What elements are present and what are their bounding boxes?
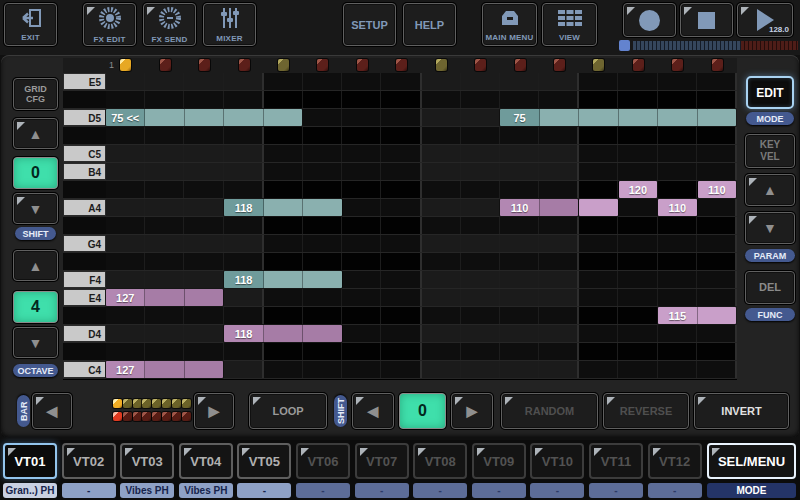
note[interactable]: 115 <box>658 307 736 324</box>
grid-cell[interactable] <box>184 307 223 324</box>
shift-down-button[interactable]: ▼ <box>13 193 58 224</box>
grid-cell[interactable] <box>618 361 657 378</box>
grid-cell[interactable] <box>264 163 303 180</box>
grid-cell[interactable] <box>264 253 303 270</box>
piano-key-black[interactable] <box>63 253 106 270</box>
grid-cell[interactable] <box>342 307 381 324</box>
main-menu-button[interactable]: MAIN MENU <box>482 3 537 46</box>
grid-cell[interactable] <box>539 127 579 144</box>
grid-cell[interactable] <box>342 73 381 90</box>
grid-cell[interactable] <box>500 253 539 270</box>
piano-key-white[interactable]: E5 <box>63 73 106 90</box>
grid-cell[interactable] <box>106 127 145 144</box>
piano-key-white[interactable]: D5 <box>63 109 106 126</box>
sel-menu-button[interactable]: SEL/MENU <box>707 443 796 479</box>
grid-cell[interactable] <box>381 73 421 90</box>
bar-icon[interactable] <box>162 412 171 421</box>
grid-cell[interactable] <box>539 271 579 288</box>
grid-cell[interactable] <box>461 127 500 144</box>
step-marker-icon[interactable] <box>239 59 250 71</box>
grid-cell[interactable] <box>461 145 500 162</box>
shift-value-display[interactable]: 0 <box>13 157 58 189</box>
grid-cell[interactable] <box>381 325 421 342</box>
grid-cell[interactable] <box>264 307 303 324</box>
grid-cell[interactable] <box>500 181 539 198</box>
bar-icon[interactable] <box>152 399 161 408</box>
grid-cell[interactable] <box>697 199 737 216</box>
track-tab-vt02[interactable]: VT02 <box>62 443 116 479</box>
grid-cell[interactable] <box>381 217 421 234</box>
grid-cell[interactable] <box>184 325 223 342</box>
piano-key-white[interactable]: C5 <box>63 145 106 162</box>
grid-cell[interactable] <box>106 73 145 90</box>
fx-edit-button[interactable]: FX EDIT <box>83 3 136 46</box>
grid-cell[interactable] <box>579 289 618 306</box>
grid-cell[interactable] <box>697 343 737 360</box>
bar-icon[interactable] <box>172 412 181 421</box>
grid-cell[interactable] <box>579 217 618 234</box>
grid-cell[interactable] <box>697 361 737 378</box>
grid-cell[interactable] <box>106 145 145 162</box>
grid-cell[interactable] <box>145 325 184 342</box>
grid-cell[interactable] <box>461 199 500 216</box>
shift-right-button[interactable]: ▶ <box>451 393 493 429</box>
grid-cell[interactable] <box>145 73 184 90</box>
note[interactable]: 127 <box>106 361 223 378</box>
piano-key-black[interactable] <box>63 127 106 144</box>
note-tail[interactable] <box>185 289 223 306</box>
grid-cell[interactable] <box>342 325 381 342</box>
grid-cell[interactable] <box>579 163 618 180</box>
bar-icon[interactable] <box>162 399 171 408</box>
grid-cell[interactable] <box>106 199 145 216</box>
note-tail[interactable] <box>619 109 658 126</box>
grid-cell[interactable] <box>381 307 421 324</box>
grid-cell[interactable] <box>264 343 303 360</box>
grid-cell[interactable] <box>500 163 539 180</box>
step-marker-icon[interactable] <box>120 59 131 71</box>
grid-cell[interactable] <box>422 73 461 90</box>
grid-cell[interactable] <box>618 217 657 234</box>
grid-cell[interactable] <box>106 325 145 342</box>
note[interactable]: 118 <box>224 199 341 216</box>
track-tab-vt11[interactable]: VT11 <box>589 443 643 479</box>
grid-cell[interactable] <box>264 91 303 108</box>
grid-cell[interactable] <box>422 217 461 234</box>
grid-cell[interactable] <box>106 343 145 360</box>
grid-cell[interactable] <box>539 307 579 324</box>
grid-cell[interactable] <box>224 217 264 234</box>
grid-cell[interactable] <box>539 91 579 108</box>
grid-cell[interactable] <box>303 343 342 360</box>
octave-down-button[interactable]: ▼ <box>13 327 58 358</box>
grid-cell[interactable] <box>264 181 303 198</box>
piano-key-black[interactable] <box>63 91 106 108</box>
grid-cell[interactable] <box>303 91 342 108</box>
grid-cell[interactable] <box>500 307 539 324</box>
grid-cell[interactable] <box>422 163 461 180</box>
bar-icon[interactable] <box>123 399 132 408</box>
bar-icon[interactable] <box>133 412 142 421</box>
grid-cell[interactable] <box>500 325 539 342</box>
grid-cell[interactable] <box>579 325 618 342</box>
grid-cell[interactable] <box>422 109 461 126</box>
note-tail[interactable] <box>579 109 618 126</box>
grid-cell[interactable] <box>461 343 500 360</box>
grid-cell[interactable] <box>579 271 618 288</box>
grid-cell[interactable] <box>579 91 618 108</box>
grid-cell[interactable] <box>500 235 539 252</box>
grid-cell[interactable] <box>264 73 303 90</box>
grid-cell[interactable] <box>618 271 657 288</box>
grid-cell[interactable] <box>461 361 500 378</box>
grid-cell[interactable] <box>618 163 657 180</box>
grid-cell[interactable] <box>342 343 381 360</box>
grid-cell[interactable] <box>539 145 579 162</box>
grid-cell[interactable] <box>422 235 461 252</box>
grid-cell[interactable] <box>658 235 697 252</box>
grid-cell[interactable] <box>697 289 737 306</box>
note[interactable]: 110 <box>500 199 578 216</box>
note-tail[interactable] <box>698 307 736 324</box>
note-head[interactable]: 75 << <box>106 109 145 126</box>
track-tab-vt01[interactable]: VT01 <box>3 443 57 479</box>
step-marker-icon[interactable] <box>357 59 368 71</box>
grid-cell[interactable] <box>381 127 421 144</box>
grid-cell[interactable] <box>145 235 184 252</box>
